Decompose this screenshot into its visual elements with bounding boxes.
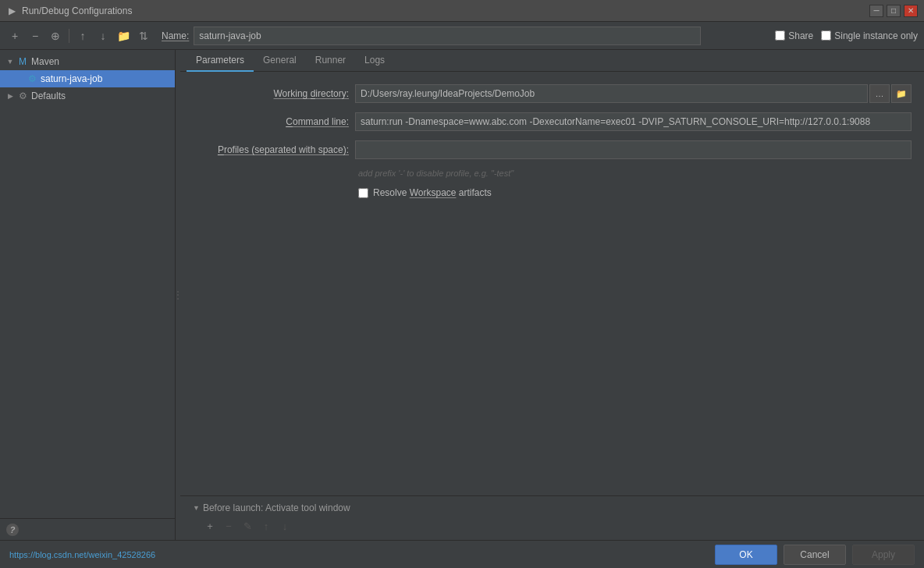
working-directory-label: Working directory: xyxy=(193,88,349,99)
ok-button[interactable]: OK xyxy=(715,545,777,565)
working-directory-input[interactable] xyxy=(355,84,868,103)
before-launch-arrow-icon[interactable]: ▼ xyxy=(193,504,200,512)
title-bar-controls: ─ □ ✕ xyxy=(869,5,918,17)
name-section: Name: xyxy=(162,27,772,45)
maven-group-label: Maven xyxy=(31,56,59,67)
minimize-button[interactable]: ─ xyxy=(869,5,883,17)
close-button[interactable]: ✕ xyxy=(904,5,918,17)
config-icon: ⚙ xyxy=(27,73,37,84)
footer-buttons: OK Cancel Apply xyxy=(715,545,915,565)
move-down-button[interactable]: ↓ xyxy=(94,27,112,44)
defaults-label: Defaults xyxy=(31,91,66,101)
tree-container: ▼ M Maven ⚙ saturn-java-job ▶ ⚙ Defaults xyxy=(0,50,175,518)
share-label: Share xyxy=(788,30,813,41)
single-instance-checkbox-label[interactable]: Single instance only xyxy=(821,30,918,41)
main-container: + − ⊕ ↑ ↓ 📁 ⇅ Name: Share Single instanc… xyxy=(0,22,924,568)
browse-dots-button[interactable]: … xyxy=(869,84,890,103)
tab-general[interactable]: General xyxy=(254,50,306,72)
tree-item-defaults[interactable]: ▶ ⚙ Defaults xyxy=(0,87,175,105)
browse-folder-button[interactable]: 📁 xyxy=(891,84,912,103)
resolve-workspace-label[interactable]: Resolve Workspace artifacts xyxy=(373,187,492,198)
toolbar-separator-1 xyxy=(69,29,69,43)
remove-config-button[interactable]: − xyxy=(27,27,44,44)
add-config-button[interactable]: + xyxy=(6,27,23,44)
before-launch-add-button[interactable]: + xyxy=(202,518,218,534)
cancel-button[interactable]: Cancel xyxy=(784,545,846,565)
single-instance-label: Single instance only xyxy=(834,30,918,41)
toolbar: + − ⊕ ↑ ↓ 📁 ⇅ Name: Share Single instanc… xyxy=(0,22,924,50)
header-right: Share Single instance only xyxy=(775,30,918,41)
before-launch-section: ▼ Before launch: Activate tool window + … xyxy=(180,495,924,540)
app-icon: ▶ xyxy=(6,5,17,16)
tree-item-saturn-java-job[interactable]: ⚙ saturn-java-job xyxy=(0,70,175,87)
resolve-workspace-checkbox[interactable] xyxy=(358,188,368,198)
working-directory-row: Working directory: … 📁 xyxy=(193,84,912,103)
resolve-workspace-row: Resolve Workspace artifacts xyxy=(358,187,912,198)
tab-parameters[interactable]: Parameters xyxy=(187,50,254,72)
maven-arrow-icon: ▼ xyxy=(6,58,14,66)
before-launch-remove-button[interactable]: − xyxy=(221,518,236,534)
share-checkbox-label[interactable]: Share xyxy=(775,30,813,41)
before-launch-edit-button[interactable]: ✎ xyxy=(240,518,255,534)
title-bar: ▶ Run/Debug Configurations ─ □ ✕ xyxy=(0,0,924,22)
parameters-tab-content: Working directory: … 📁 Command line: Pro… xyxy=(180,72,924,495)
before-launch-up-button[interactable]: ↑ xyxy=(258,518,274,534)
folder-button[interactable]: 📁 xyxy=(115,27,132,44)
share-checkbox[interactable] xyxy=(775,30,785,41)
sort-button[interactable]: ⇅ xyxy=(135,27,152,44)
footer-link[interactable]: https://blog.csdn.net/weixin_42528266 xyxy=(9,550,155,559)
before-launch-down-button[interactable]: ↓ xyxy=(277,518,293,534)
maven-group-icon: M xyxy=(17,56,28,67)
maximize-button[interactable]: □ xyxy=(887,5,901,17)
bottom-help: ? xyxy=(0,518,175,540)
title-bar-text: Run/Debug Configurations xyxy=(22,5,869,16)
tree-item-maven[interactable]: ▼ M Maven xyxy=(0,53,175,70)
working-directory-input-group: … 📁 xyxy=(355,84,912,103)
move-up-button[interactable]: ↑ xyxy=(74,27,91,44)
before-launch-header: ▼ Before launch: Activate tool window xyxy=(193,502,912,513)
profiles-label: Profiles (separated with space): xyxy=(193,144,349,155)
name-input[interactable] xyxy=(194,27,701,45)
command-line-row: Command line: xyxy=(193,112,912,131)
tabs-bar: Parameters General Runner Logs xyxy=(180,50,924,72)
right-panel: Parameters General Runner Logs Working d… xyxy=(180,50,924,540)
before-launch-toolbar: + − ✎ ↑ ↓ xyxy=(202,518,912,534)
saturn-config-label: saturn-java-job xyxy=(41,73,102,84)
left-panel: ▼ M Maven ⚙ saturn-java-job ▶ ⚙ Defaults xyxy=(0,50,176,540)
apply-button[interactable]: Apply xyxy=(852,545,915,565)
tab-runner[interactable]: Runner xyxy=(306,50,355,72)
copy-config-button[interactable]: ⊕ xyxy=(47,27,64,44)
tab-logs[interactable]: Logs xyxy=(355,50,394,72)
profiles-row: Profiles (separated with space): xyxy=(193,140,912,159)
defaults-icon: ⚙ xyxy=(17,91,28,101)
body-split: ▼ M Maven ⚙ saturn-java-job ▶ ⚙ Defaults xyxy=(0,50,924,540)
single-instance-checkbox[interactable] xyxy=(821,30,831,41)
before-launch-title: Before launch: Activate tool window xyxy=(203,502,350,513)
defaults-arrow-icon: ▶ xyxy=(6,92,14,100)
command-line-input[interactable] xyxy=(355,112,912,131)
name-label: Name: xyxy=(162,30,189,41)
profiles-hint: add prefix '-' to disable profile, e.g. … xyxy=(358,169,912,178)
help-icon[interactable]: ? xyxy=(6,524,19,536)
profiles-input[interactable] xyxy=(355,140,912,159)
command-line-label: Command line: xyxy=(193,116,349,127)
footer: https://blog.csdn.net/weixin_42528266 OK… xyxy=(0,540,924,568)
